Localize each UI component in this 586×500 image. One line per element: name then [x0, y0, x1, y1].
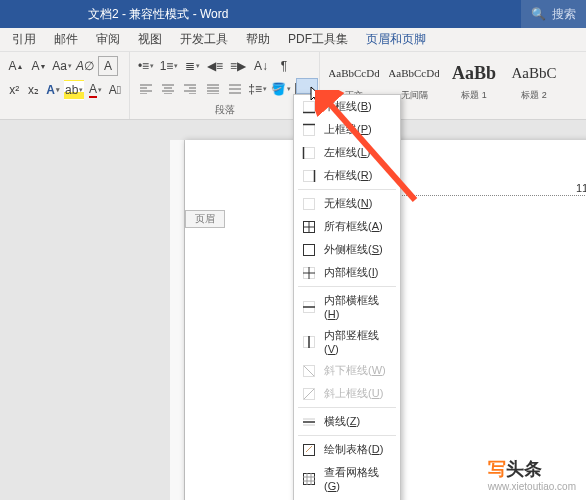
- svg-rect-1: [304, 101, 315, 112]
- tab-PDF工具集[interactable]: PDF工具集: [280, 28, 356, 51]
- distribute-button[interactable]: [225, 79, 244, 99]
- svg-rect-25: [304, 473, 315, 484]
- text-effects-button[interactable]: A▾: [45, 80, 61, 100]
- tab-开发工具[interactable]: 开发工具: [172, 28, 236, 51]
- indent-inc-button[interactable]: ≡▶: [228, 56, 248, 76]
- header-text[interactable]: 111111111: [572, 182, 586, 194]
- border-menu-none[interactable]: 无框线(N): [294, 192, 400, 215]
- border-menu-iv[interactable]: 内部竖框线(V): [294, 324, 400, 359]
- svg-line-20: [304, 389, 314, 399]
- svg-rect-7: [304, 170, 315, 181]
- align-center-button[interactable]: [158, 79, 177, 99]
- vertical-ruler[interactable]: [170, 140, 185, 500]
- tab-页眉和页脚[interactable]: 页眉和页脚: [358, 28, 434, 51]
- indent-dec-button[interactable]: ◀≡: [205, 56, 225, 76]
- borders-button-highlight: [296, 78, 318, 94]
- menu-separator: [298, 407, 396, 408]
- border-menu-grid[interactable]: 查看网格线(G): [294, 461, 400, 496]
- border-menu-right[interactable]: 右框线(R): [294, 164, 400, 187]
- clear-format-button[interactable]: A∅: [75, 56, 95, 76]
- line-spacing-button[interactable]: ‡≡▾: [248, 79, 268, 99]
- subscript-button[interactable]: x₂: [25, 80, 41, 100]
- font-size-down-button[interactable]: A▼: [29, 56, 49, 76]
- paragraph-group-label: 段落: [136, 103, 313, 117]
- sort-button[interactable]: A↓: [251, 56, 271, 76]
- border-menu-top[interactable]: 上框线(P): [294, 118, 400, 141]
- titlebar: 文档2 - 兼容性模式 - Word: [0, 0, 586, 28]
- shading-button[interactable]: 🪣▾: [271, 79, 291, 99]
- paragraph-group: •≡▾ 1≡▾ ≣▾ ◀≡ ≡▶ A↓ ¶ ‡≡▾ �: [130, 52, 320, 119]
- change-case-button[interactable]: Aa▾: [52, 56, 72, 76]
- border-menu-inside[interactable]: 内部框线(I): [294, 261, 400, 284]
- style-标题 2[interactable]: AaBbC标题 2: [506, 56, 562, 105]
- multilevel-button[interactable]: ≣▾: [182, 56, 202, 76]
- show-marks-button[interactable]: ¶: [274, 56, 294, 76]
- watermark-url: www.xietoutiao.com: [488, 481, 576, 492]
- ribbon-tabs: 引用邮件审阅视图开发工具帮助PDF工具集页眉和页脚: [0, 28, 586, 52]
- tab-审阅[interactable]: 审阅: [88, 28, 128, 51]
- numbering-button[interactable]: 1≡▾: [159, 56, 179, 76]
- tab-邮件[interactable]: 邮件: [46, 28, 86, 51]
- header-label: 页眉: [185, 210, 225, 228]
- char-border-button[interactable]: A: [98, 56, 118, 76]
- font-color-button[interactable]: A▾: [87, 80, 103, 100]
- window-title: 文档2 - 兼容性模式 - Word: [88, 6, 228, 23]
- svg-rect-5: [304, 147, 315, 158]
- border-menu-hline[interactable]: 横线(Z): [294, 410, 400, 433]
- search-icon: 🔍: [531, 7, 546, 21]
- border-menu-ih[interactable]: 内部横框线(H): [294, 289, 400, 324]
- menu-separator: [298, 189, 396, 190]
- border-menu-dlg[interactable]: 边框和底纹(O)...: [294, 496, 400, 500]
- header-tag: 页眉: [179, 210, 225, 228]
- style-标题 1[interactable]: AaBb标题 1: [446, 56, 502, 105]
- superscript-button[interactable]: x²: [6, 80, 22, 100]
- bullets-button[interactable]: •≡▾: [136, 56, 156, 76]
- watermark: 写头条 www.xietoutiao.com: [488, 457, 576, 492]
- align-right-button[interactable]: [181, 79, 200, 99]
- watermark-b: 头条: [506, 459, 542, 479]
- align-left-button[interactable]: [136, 79, 155, 99]
- align-justify-button[interactable]: [203, 79, 222, 99]
- borders-dropdown-menu: 下框线(B)上框线(P)左框线(L)右框线(R)无框线(N)所有框线(A)外侧框…: [293, 94, 401, 500]
- border-menu-diag2: 斜上框线(U): [294, 382, 400, 405]
- tab-帮助[interactable]: 帮助: [238, 28, 278, 51]
- svg-rect-11: [304, 244, 315, 255]
- font-group-label: [6, 106, 123, 117]
- search-box[interactable]: 🔍 搜索: [521, 0, 586, 28]
- header-boundary: 111111111: [385, 195, 586, 196]
- watermark-a: 写: [488, 459, 506, 479]
- svg-line-18: [304, 366, 314, 376]
- tab-视图[interactable]: 视图: [130, 28, 170, 51]
- border-menu-left[interactable]: 左框线(L): [294, 141, 400, 164]
- menu-separator: [298, 435, 396, 436]
- border-menu-diag1: 斜下框线(W): [294, 359, 400, 382]
- tab-引用[interactable]: 引用: [4, 28, 44, 51]
- border-menu-outside[interactable]: 外侧框线(S): [294, 238, 400, 261]
- svg-rect-24: [304, 444, 315, 455]
- highlight-button[interactable]: ab▾: [64, 80, 84, 100]
- border-menu-all[interactable]: 所有框线(A): [294, 215, 400, 238]
- char-shading-button[interactable]: A⃞: [107, 80, 123, 100]
- border-menu-bottom[interactable]: 下框线(B): [294, 95, 400, 118]
- svg-rect-9: [304, 198, 315, 209]
- svg-rect-3: [304, 124, 315, 135]
- font-size-up-button[interactable]: A▲: [6, 56, 26, 76]
- font-group: A▲ A▼ Aa▾ A∅ A x² x₂ A▾ ab▾ A▾ A⃞: [0, 52, 130, 119]
- border-menu-draw[interactable]: 绘制表格(D): [294, 438, 400, 461]
- menu-separator: [298, 286, 396, 287]
- search-placeholder: 搜索: [552, 6, 576, 23]
